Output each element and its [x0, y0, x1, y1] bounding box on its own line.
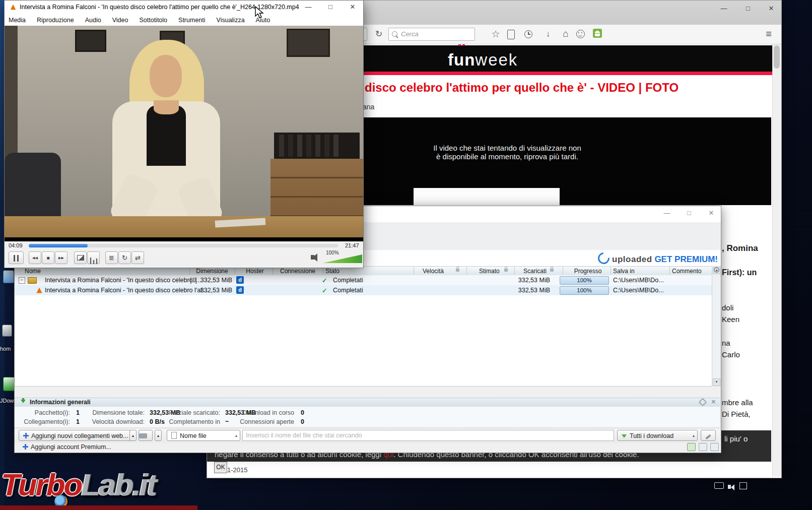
all-downloads-button[interactable]: Tutti i download▴ [617, 430, 698, 441]
col-progresso[interactable]: Progresso [565, 268, 611, 275]
file-search-input[interactable] [242, 430, 614, 441]
file-name[interactable]: Intervista a Romina Falconi - 'In questo… [45, 287, 208, 294]
jd-close-button[interactable]: ✕ [704, 209, 719, 217]
panel-close-icon[interactable]: ✕ [711, 399, 716, 405]
col-scaricati[interactable]: Scaricati [523, 268, 547, 275]
print-button[interactable] [139, 430, 153, 441]
tools-button[interactable] [701, 430, 716, 441]
downloaded-value: 332,53 MiB [511, 287, 550, 294]
previous-button[interactable]: ◀◀ [29, 251, 41, 264]
lock-icon [456, 269, 459, 272]
stat-label: Connessioni aperte [231, 418, 294, 425]
addon-android-icon[interactable] [593, 29, 602, 38]
pause-button[interactable] [9, 251, 24, 264]
article-date: 1-2015 [227, 466, 247, 474]
desktop-icon-jdownloader[interactable] [3, 377, 15, 391]
speaker-icon[interactable] [311, 255, 314, 260]
volume-tray-icon[interactable] [728, 482, 734, 491]
shuffle-button[interactable]: ⇄ [131, 251, 144, 264]
home-icon[interactable]: ⌂ [558, 26, 573, 41]
loop-button[interactable]: ↻ [118, 251, 131, 264]
download-row-file[interactable]: Intervista a Romina Falconi - 'In questo… [15, 285, 712, 295]
col-stimato[interactable]: Stimato [479, 268, 500, 275]
col-velocita[interactable]: Velocità [423, 268, 444, 275]
ff-close-button[interactable]: ✕ [764, 5, 778, 12]
download-table-body[interactable]: − Intervista a Romina Falconi - 'In ques… [15, 275, 712, 387]
playlist-button[interactable]: ≣ [105, 251, 118, 264]
column-settings-gear-icon[interactable] [714, 267, 719, 273]
col-stato[interactable]: Stato [325, 268, 340, 275]
bookmarks-panel-icon[interactable] [507, 30, 515, 39]
page-scrollbar[interactable] [772, 44, 781, 477]
reload-icon[interactable]: ↻ [371, 27, 386, 42]
ff-minimize-button[interactable]: — [717, 5, 731, 12]
notification-tray-icon[interactable] [739, 482, 747, 489]
picture-status-icon[interactable] [710, 443, 719, 451]
feedback-smiley-icon[interactable] [576, 30, 585, 38]
col-dimensione[interactable]: Dimensione [192, 268, 232, 275]
jd-maximize-button[interactable]: □ [682, 209, 697, 217]
seek-bar[interactable] [29, 244, 338, 247]
menu-hamburger-icon[interactable]: ≡ [761, 26, 776, 41]
history-icon[interactable] [524, 30, 532, 38]
desktop-icon-explorer[interactable] [3, 270, 14, 283]
add-links-dropdown-button[interactable]: ▴ [129, 430, 137, 441]
vlc-maximize-button[interactable]: □ [323, 3, 338, 11]
download-row-package[interactable]: − Intervista a Romina Falconi - 'In ques… [15, 275, 712, 285]
vlc-minimize-button[interactable]: — [301, 3, 316, 11]
expander-icon[interactable]: − [19, 277, 25, 284]
desktop-icon-file[interactable] [2, 325, 12, 337]
scrollbar-thumb[interactable] [774, 45, 780, 69]
embedded-video-player[interactable]: Il video che stai tentando di visualizza… [364, 117, 771, 205]
bookmark-star-icon[interactable]: ☆ [488, 27, 503, 42]
scene-frame [287, 29, 330, 57]
ff-maximize-button[interactable]: □ [741, 5, 755, 12]
info-panel-header[interactable]: Informazioni generali ✕ [15, 398, 720, 407]
add-premium-link[interactable]: Aggiungi account Premium... [23, 443, 111, 451]
desktop-label-hom[interactable]: hom [0, 346, 11, 352]
desktop-label-jdow[interactable]: JDow [0, 398, 14, 404]
article-headline[interactable]: disco celebro l'attimo per quello che è'… [365, 81, 679, 95]
image-status-icon[interactable] [687, 443, 696, 451]
vlc-controls: ◀◀ ■ ▶▶ ≣ ↻ ⇄ 100% [5, 250, 363, 267]
menu-media[interactable]: Media [9, 17, 26, 24]
stat-label: Dimensione totale: [80, 409, 145, 416]
menu-sottotitolo[interactable]: Sottotitolo [139, 17, 167, 24]
fullscreen-button[interactable] [74, 251, 87, 264]
package-name[interactable]: Intervista a Romina Falconi - 'In questo… [45, 277, 201, 284]
cookie-ok-button[interactable]: OK [214, 462, 227, 473]
jd-minimize-button[interactable]: — [659, 209, 674, 217]
stop-button[interactable]: ■ [42, 251, 54, 264]
equalizer-button[interactable] [87, 251, 100, 264]
col-connessione[interactable]: Connessione [275, 268, 320, 275]
add-links-button[interactable]: Aggiungi nuovi collegamenti web... [19, 430, 132, 441]
menu-riproduzione[interactable]: Riproduzione [37, 17, 74, 24]
table-scrollbar[interactable]: ▴ ▾ [712, 266, 720, 386]
next-button[interactable]: ▶▶ [55, 251, 67, 264]
col-nome[interactable]: Nome [25, 268, 41, 275]
vlc-titlebar[interactable]: Intervista a Romina Falconi - 'In questo… [5, 1, 363, 14]
name-filter-dropdown[interactable]: Nome file ▴ [167, 430, 240, 441]
uploaded-premium-banner[interactable]: uploaded GET PREMIUM! [598, 252, 718, 265]
scroll-down-button[interactable]: ▾ [713, 378, 720, 386]
volume-slider[interactable] [323, 254, 362, 263]
panel-settings-icon[interactable] [699, 398, 707, 407]
vlc-close-button[interactable]: ✕ [345, 3, 360, 11]
menu-video[interactable]: Video [112, 17, 128, 24]
menu-strumenti[interactable]: Strumenti [178, 17, 206, 24]
menu-audio[interactable]: Audio [85, 17, 101, 24]
search-status-icon[interactable] [699, 443, 707, 451]
network-tray-icon[interactable] [714, 482, 724, 489]
menu-visualizza[interactable]: Visualizza [217, 17, 245, 24]
all-downloads-dropdown-icon: ▴ [693, 430, 695, 441]
search-box[interactable]: Cerca [388, 28, 475, 41]
search-placeholder[interactable]: Cerca [401, 30, 419, 38]
col-hoster[interactable]: Hoster [237, 268, 273, 275]
scene-frame [75, 30, 106, 52]
downloads-icon[interactable]: ↓ [540, 27, 556, 42]
video-display[interactable] [5, 26, 363, 241]
funweek-logo[interactable]: funweek [448, 50, 518, 70]
col-commento[interactable]: Commento [672, 268, 702, 275]
col-salva-in[interactable]: Salva in [613, 268, 635, 275]
print-dropdown-button[interactable]: ▴ [155, 430, 162, 441]
